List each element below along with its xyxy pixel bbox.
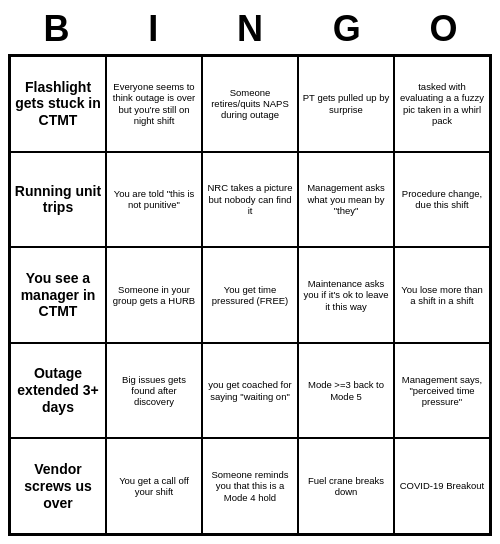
bingo-cell-0[interactable]: Flashlight gets stuck in CTMT	[10, 56, 106, 152]
bingo-cell-12[interactable]: You get time pressured (FREE)	[202, 247, 298, 343]
bingo-cell-24[interactable]: COVID-19 Breakout	[394, 438, 490, 534]
bingo-cell-10[interactable]: You see a manager in CTMT	[10, 247, 106, 343]
bingo-cell-6[interactable]: You are told "this is not punitive"	[106, 152, 202, 248]
bingo-cell-18[interactable]: Mode >=3 back to Mode 5	[298, 343, 394, 439]
letter-i: I	[105, 8, 202, 50]
bingo-cell-14[interactable]: You lose more than a shift in a shift	[394, 247, 490, 343]
bingo-cell-8[interactable]: Management asks what you mean by "they"	[298, 152, 394, 248]
letter-g: G	[298, 8, 395, 50]
letter-o: O	[395, 8, 492, 50]
bingo-cell-16[interactable]: Big issues gets found after discovery	[106, 343, 202, 439]
bingo-cell-17[interactable]: you get coached for saying "waiting on"	[202, 343, 298, 439]
bingo-cell-13[interactable]: Maintenance asks you if it's ok to leave…	[298, 247, 394, 343]
letter-b: B	[8, 8, 105, 50]
letter-n: N	[202, 8, 299, 50]
bingo-grid: Flashlight gets stuck in CTMTEveryone se…	[8, 54, 492, 536]
bingo-cell-1[interactable]: Everyone seems to think outage is over b…	[106, 56, 202, 152]
bingo-cell-3[interactable]: PT gets pulled up by surprise	[298, 56, 394, 152]
bingo-cell-21[interactable]: You get a call off your shift	[106, 438, 202, 534]
bingo-cell-20[interactable]: Vendor screws us over	[10, 438, 106, 534]
bingo-cell-11[interactable]: Someone in your group gets a HURB	[106, 247, 202, 343]
bingo-title: B I N G O	[8, 8, 492, 50]
bingo-cell-15[interactable]: Outage extended 3+ days	[10, 343, 106, 439]
bingo-cell-22[interactable]: Someone reminds you that this is a Mode …	[202, 438, 298, 534]
bingo-cell-9[interactable]: Procedure change, due this shift	[394, 152, 490, 248]
bingo-cell-2[interactable]: Someone retires/quits NAPS during outage	[202, 56, 298, 152]
bingo-cell-4[interactable]: tasked with evaluating a a fuzzy pic tak…	[394, 56, 490, 152]
bingo-cell-5[interactable]: Running unit trips	[10, 152, 106, 248]
bingo-cell-19[interactable]: Management says, "perceived time pressur…	[394, 343, 490, 439]
bingo-cell-7[interactable]: NRC takes a picture but nobody can find …	[202, 152, 298, 248]
bingo-cell-23[interactable]: Fuel crane breaks down	[298, 438, 394, 534]
